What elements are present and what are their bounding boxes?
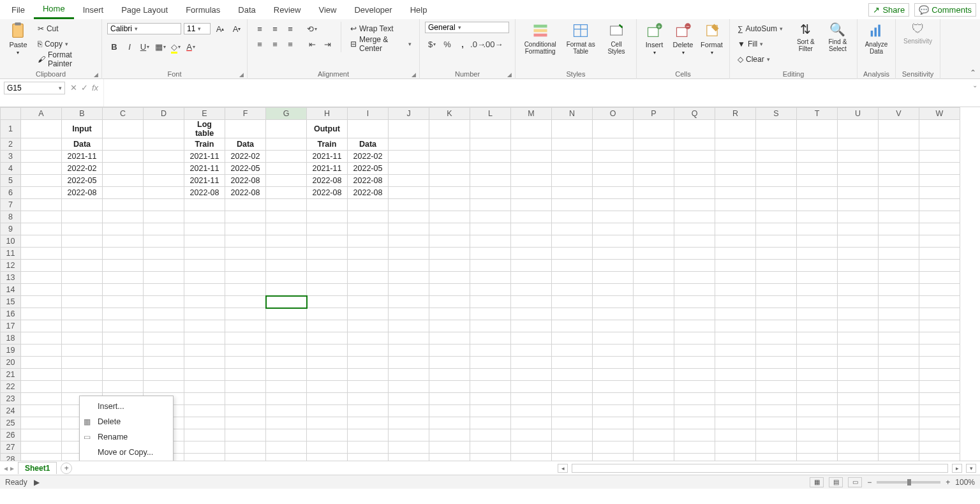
cell-K16[interactable] [429,308,470,320]
cell-C15[interactable] [103,296,144,308]
cell-R6[interactable] [715,187,756,199]
cell-J12[interactable] [389,260,429,272]
cell-K21[interactable] [429,369,470,381]
cell-V8[interactable] [879,211,919,223]
cell-J7[interactable] [389,199,429,211]
cell-V9[interactable] [879,223,919,235]
increase-indent-button[interactable]: ⇥ [320,37,334,51]
cell-H16[interactable] [307,308,348,320]
cell-P12[interactable] [634,260,674,272]
cell-P22[interactable] [634,381,674,393]
cell-O25[interactable] [593,417,634,429]
cell-O5[interactable] [593,175,634,187]
percent-format-button[interactable]: % [440,37,454,51]
cell-T25[interactable] [797,417,838,429]
cell-L8[interactable] [470,211,511,223]
cell-G4[interactable] [266,163,307,175]
cell-O9[interactable] [593,223,634,235]
tab-insert[interactable]: Insert [74,1,113,19]
align-top-button[interactable]: ≡ [253,22,267,36]
cell-E12[interactable] [184,260,225,272]
cell-T15[interactable] [797,296,838,308]
cell-N17[interactable] [552,320,593,332]
bold-button[interactable]: B [107,40,121,54]
cell-F17[interactable] [225,320,266,332]
cell-T28[interactable] [797,454,838,461]
cell-Q20[interactable] [674,357,715,369]
underline-button[interactable]: U▾ [138,40,152,54]
cell-G10[interactable] [266,235,307,248]
cell-F1[interactable] [225,120,266,138]
cell-F8[interactable] [225,211,266,223]
cell-N3[interactable] [552,151,593,163]
cell-L16[interactable] [470,308,511,320]
cell-R23[interactable] [715,393,756,405]
cell-I11[interactable] [348,248,389,260]
cell-W22[interactable] [919,381,960,393]
cell-T11[interactable] [797,248,838,260]
cell-N14[interactable] [552,284,593,296]
cell-E4[interactable]: 2021-11 [184,163,225,175]
cell-A27[interactable] [21,441,62,454]
cell-R19[interactable] [715,345,756,357]
number-format-combo[interactable]: General▾ [425,22,509,33]
cell-D11[interactable] [144,248,184,260]
cell-G18[interactable] [266,332,307,345]
cell-D13[interactable] [144,272,184,284]
cell-F23[interactable] [225,393,266,405]
cell-C4[interactable] [103,163,144,175]
cell-O11[interactable] [593,248,634,260]
cell-V6[interactable] [879,187,919,199]
row-header-1[interactable]: 1 [1,120,21,138]
cell-K28[interactable] [429,454,470,461]
cell-F6[interactable]: 2022-08 [225,187,266,199]
cell-K18[interactable] [429,332,470,345]
cell-B10[interactable] [62,235,103,248]
cell-Q2[interactable] [674,138,715,151]
cell-Q23[interactable] [674,393,715,405]
cell-V13[interactable] [879,272,919,284]
col-header-G[interactable]: G [266,108,307,120]
cell-C6[interactable] [103,187,144,199]
cell-E17[interactable] [184,320,225,332]
increase-font-button[interactable]: A▴ [213,22,227,36]
cell-I5[interactable]: 2022-08 [348,175,389,187]
tab-developer[interactable]: Developer [345,1,401,19]
row-header-27[interactable]: 27 [1,441,21,454]
col-header-H[interactable]: H [307,108,348,120]
cell-M3[interactable] [511,151,552,163]
cell-W27[interactable] [919,441,960,454]
cell-M5[interactable] [511,175,552,187]
cell-V14[interactable] [879,284,919,296]
cell-D15[interactable] [144,296,184,308]
cell-Q13[interactable] [674,272,715,284]
cell-A22[interactable] [21,381,62,393]
cell-E14[interactable] [184,284,225,296]
cell-I20[interactable] [348,357,389,369]
cell-O16[interactable] [593,308,634,320]
cell-E22[interactable] [184,381,225,393]
cell-O4[interactable] [593,163,634,175]
cell-L7[interactable] [470,199,511,211]
align-right-button[interactable]: ≡ [283,37,297,51]
formula-enter-button[interactable]: ✓ [81,83,88,93]
cell-R26[interactable] [715,429,756,441]
cell-C3[interactable] [103,151,144,163]
ctx-rename[interactable]: ▭Rename [80,429,173,445]
cell-A24[interactable] [21,405,62,417]
cell-N13[interactable] [552,272,593,284]
cell-I15[interactable] [348,296,389,308]
cell-N15[interactable] [552,296,593,308]
row-header-17[interactable]: 17 [1,320,21,332]
cell-M19[interactable] [511,345,552,357]
cell-F22[interactable] [225,381,266,393]
cell-D16[interactable] [144,308,184,320]
col-header-R[interactable]: R [715,108,756,120]
ctx-move-or-copy-[interactable]: Move or Copy... [80,445,173,460]
cell-W15[interactable] [919,296,960,308]
cell-U19[interactable] [838,345,879,357]
cell-W18[interactable] [919,332,960,345]
cell-F13[interactable] [225,272,266,284]
cell-C9[interactable] [103,223,144,235]
cell-B21[interactable] [62,369,103,381]
